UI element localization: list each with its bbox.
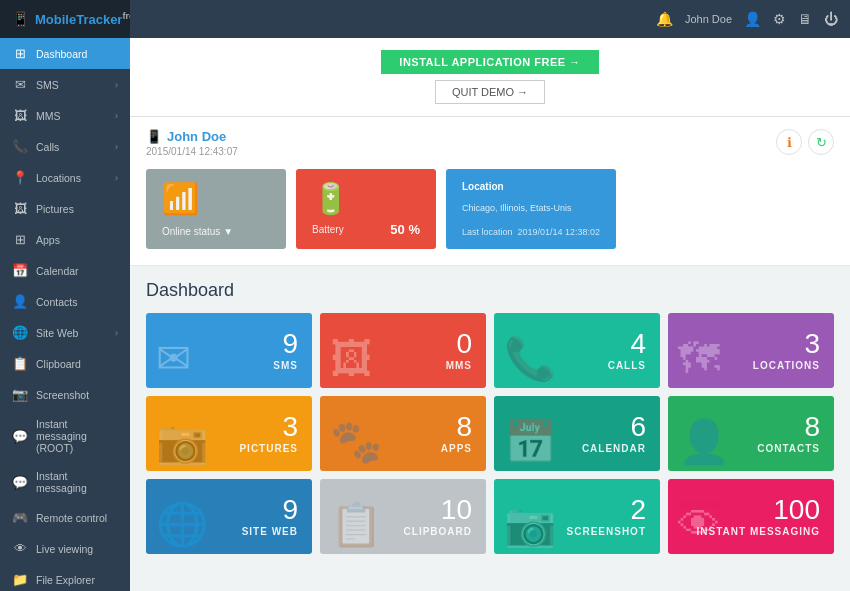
monitor-icon[interactable]: 🖥 bbox=[798, 11, 812, 27]
sidebar-label: Pictures bbox=[36, 203, 74, 215]
sidebar-item-live-viewing[interactable]: 👁Live viewing bbox=[0, 533, 130, 564]
tile-site-web[interactable]: 🌐 9 SITE WEB bbox=[146, 479, 312, 554]
tile-instant-messaging[interactable]: 👁 100 INSTANT MESSAGING bbox=[668, 479, 834, 554]
battery-card[interactable]: 🔋 Battery 50 % bbox=[296, 169, 436, 249]
sidebar-icon-9: 🌐 bbox=[12, 325, 28, 340]
sidebar-arrow: › bbox=[115, 142, 118, 152]
tile-label-8: SITE WEB bbox=[242, 526, 298, 537]
tile-calendar[interactable]: 📅 6 CALENDAR bbox=[494, 396, 660, 471]
sidebar-item-locations[interactable]: 📍Locations› bbox=[0, 162, 130, 193]
location-card[interactable]: Location Chicago, Illinois, Etats-Unis L… bbox=[446, 169, 616, 249]
tile-apps[interactable]: 🐾 8 APPS bbox=[320, 396, 486, 471]
tile-label-4: PICTURES bbox=[239, 443, 298, 454]
tile-sms[interactable]: ✉ 9 SMS bbox=[146, 313, 312, 388]
tile-number-5: 8 bbox=[441, 413, 472, 441]
sidebar-label: Remote control bbox=[36, 512, 107, 524]
tile-number-7: 8 bbox=[757, 413, 820, 441]
sidebar-arrow: › bbox=[115, 173, 118, 183]
sidebar-icon-14: 🎮 bbox=[12, 510, 28, 525]
tile-label-0: SMS bbox=[273, 360, 298, 371]
sidebar-icon-15: 👁 bbox=[12, 541, 28, 556]
sidebar-item-apps[interactable]: ⊞Apps bbox=[0, 224, 130, 255]
tile-icon-2: 📞 bbox=[504, 334, 556, 383]
sidebar-label: Calendar bbox=[36, 265, 79, 277]
share-icon[interactable]: ⚙ bbox=[773, 11, 786, 27]
tiles-grid: ✉ 9 SMS 🖼 0 MMS 📞 4 CALLS 🗺 3 LOCATIONS … bbox=[146, 313, 834, 554]
sidebar-label: Locations bbox=[36, 172, 81, 184]
dashboard-title: Dashboard bbox=[146, 280, 834, 301]
sidebar-icon-4: 📍 bbox=[12, 170, 28, 185]
tile-icon-4: 📷 bbox=[156, 417, 208, 466]
sidebar-icon-2: 🖼 bbox=[12, 108, 28, 123]
sidebar-label: SMS bbox=[36, 79, 59, 91]
tile-icon-1: 🖼 bbox=[330, 335, 372, 383]
sidebar-arrow: › bbox=[115, 80, 118, 90]
device-date: 2015/01/14 12:43:07 bbox=[146, 146, 238, 157]
sidebar-item-site-web[interactable]: 🌐Site Web› bbox=[0, 317, 130, 348]
sidebar-item-contacts[interactable]: 👤Contacts bbox=[0, 286, 130, 317]
sidebar-item-sms[interactable]: ✉SMS› bbox=[0, 69, 130, 100]
sidebar-label: Instant messaging bbox=[36, 470, 118, 494]
tile-label-9: CLIPBOARD bbox=[404, 526, 472, 537]
tile-label-5: APPS bbox=[441, 443, 472, 454]
device-name: 📱 John Doe bbox=[146, 129, 238, 144]
sidebar-item-clipboard[interactable]: 📋Clipboard bbox=[0, 348, 130, 379]
sidebar-icon-3: 📞 bbox=[12, 139, 28, 154]
online-status-card[interactable]: 📶 Online status ▼ bbox=[146, 169, 286, 249]
tile-icon-11: 👁 bbox=[678, 501, 720, 549]
info-button[interactable]: ℹ bbox=[776, 129, 802, 155]
tile-icon-5: 🐾 bbox=[330, 417, 382, 466]
tile-label-6: CALENDAR bbox=[582, 443, 646, 454]
sidebar-icon-12: 💬 bbox=[12, 429, 28, 444]
user-label: John Doe bbox=[685, 13, 732, 25]
device-icon: 📱 bbox=[146, 129, 162, 144]
tile-calls[interactable]: 📞 4 CALLS bbox=[494, 313, 660, 388]
tile-label-10: SCREENSHOT bbox=[567, 526, 646, 537]
power-icon[interactable]: ⏻ bbox=[824, 11, 838, 27]
content-area: INSTALL APPLICATION FREE → QUIT DEMO → 📱… bbox=[130, 38, 850, 591]
tile-screenshot[interactable]: 📷 2 SCREENSHOT bbox=[494, 479, 660, 554]
sidebar-item-calendar[interactable]: 📅Calendar bbox=[0, 255, 130, 286]
tile-mms[interactable]: 🖼 0 MMS bbox=[320, 313, 486, 388]
sidebar-item-instant-messaging-(root)[interactable]: 💬Instant messaging (ROOT) bbox=[0, 410, 130, 462]
mobile-icon: 📱 bbox=[12, 11, 29, 27]
app-logo: MobileTrackerfree bbox=[35, 11, 130, 27]
sidebar-item-calls[interactable]: 📞Calls› bbox=[0, 131, 130, 162]
sidebar-item-dashboard[interactable]: ⊞Dashboard bbox=[0, 38, 130, 69]
quit-demo-button[interactable]: QUIT DEMO → bbox=[435, 80, 545, 104]
install-bar: INSTALL APPLICATION FREE → QUIT DEMO → bbox=[130, 38, 850, 117]
tile-contacts[interactable]: 👤 8 CONTACTS bbox=[668, 396, 834, 471]
sidebar-icon-1: ✉ bbox=[12, 77, 28, 92]
refresh-button[interactable]: ↻ bbox=[808, 129, 834, 155]
sidebar-label: Screenshot bbox=[36, 389, 89, 401]
sidebar-item-screenshot[interactable]: 📷Screenshot bbox=[0, 379, 130, 410]
install-button[interactable]: INSTALL APPLICATION FREE → bbox=[381, 50, 598, 74]
tile-label-11: INSTANT MESSAGING bbox=[697, 526, 820, 537]
sidebar-label: MMS bbox=[36, 110, 61, 122]
tile-clipboard[interactable]: 📋 10 CLIPBOARD bbox=[320, 479, 486, 554]
tile-number-6: 6 bbox=[582, 413, 646, 441]
tile-label-3: LOCATIONS bbox=[753, 360, 820, 371]
sidebar-item-mms[interactable]: 🖼MMS› bbox=[0, 100, 130, 131]
topbar: 🔔 John Doe 👤 ⚙ 🖥 ⏻ bbox=[130, 0, 850, 38]
tile-number-0: 9 bbox=[273, 330, 298, 358]
sidebar-icon-13: 💬 bbox=[12, 475, 28, 490]
user-icon[interactable]: 👤 bbox=[744, 11, 761, 27]
sidebar-item-pictures[interactable]: 🖼Pictures bbox=[0, 193, 130, 224]
sidebar-item-remote-control[interactable]: 🎮Remote control bbox=[0, 502, 130, 533]
tile-locations[interactable]: 🗺 3 LOCATIONS bbox=[668, 313, 834, 388]
device-section: 📱 John Doe 2015/01/14 12:43:07 ℹ ↻ 📶 Onl… bbox=[130, 117, 850, 266]
sidebar-label: Site Web bbox=[36, 327, 78, 339]
tile-number-9: 10 bbox=[404, 496, 472, 524]
sidebar-item-file-explorer[interactable]: 📁File Explorer bbox=[0, 564, 130, 591]
tile-pictures[interactable]: 📷 3 PICTURES bbox=[146, 396, 312, 471]
sidebar-arrow: › bbox=[115, 111, 118, 121]
sidebar-icon-8: 👤 bbox=[12, 294, 28, 309]
sidebar-arrow: › bbox=[115, 328, 118, 338]
tile-icon-0: ✉ bbox=[156, 334, 191, 383]
bell-icon[interactable]: 🔔 bbox=[656, 11, 673, 27]
sidebar-label: Dashboard bbox=[36, 48, 87, 60]
sidebar-item-instant-messaging[interactable]: 💬Instant messaging bbox=[0, 462, 130, 502]
tile-number-1: 0 bbox=[446, 330, 472, 358]
tile-number-10: 2 bbox=[567, 496, 646, 524]
